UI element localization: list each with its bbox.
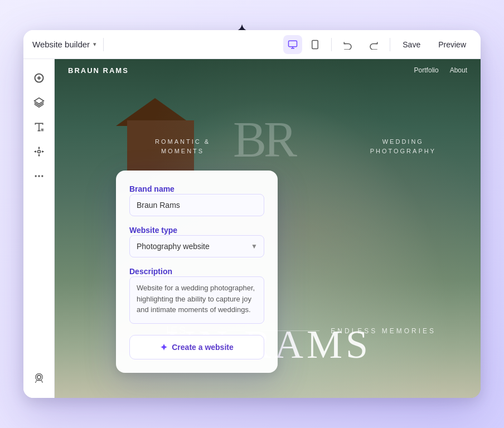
hero-monogram: BR [233, 115, 294, 165]
brand-name-label: Brand name [129, 184, 175, 193]
hero-text-romantic: ROMANTIC &MOMENTS [155, 137, 210, 155]
website-type-select[interactable]: Photography website Portfolio website Bu… [129, 235, 264, 257]
toolbar-divider [103, 38, 104, 51]
website-type-select-wrapper: Photography website Portfolio website Bu… [129, 235, 264, 257]
toolbar-brand-label: Website builder [32, 40, 90, 49]
sidebar-bottom [29, 369, 49, 389]
toolbar-divider-3 [390, 38, 390, 51]
svg-point-12 [38, 175, 40, 177]
website-creation-form: Brand name Website type Photography webs… [116, 171, 278, 373]
svg-point-11 [35, 175, 36, 177]
main-area: BRAUN RAMS Portfolio About ROMANTIC &MOM… [23, 59, 481, 398]
svg-rect-0 [289, 41, 297, 47]
svg-point-14 [37, 375, 41, 379]
redo-button[interactable] [364, 35, 383, 54]
browser-toolbar: Website builder ▾ [23, 30, 481, 59]
save-button[interactable]: Save [397, 37, 426, 52]
mobile-view-button[interactable] [306, 35, 324, 54]
left-sidebar [23, 59, 55, 398]
monogram-text: BR [233, 115, 294, 165]
nav-portfolio-link[interactable]: Portfolio [414, 66, 439, 74]
preview-brand-name: BRAUN RAMS [68, 66, 129, 75]
romantic-moments-text: ROMANTIC &MOMENTS [155, 137, 210, 155]
brand-name-input[interactable] [129, 194, 264, 216]
toolbar-device-icons [283, 35, 324, 54]
submit-sparkle-icon: ✦ [160, 342, 167, 353]
preview-navigation: BRAUN RAMS Portfolio About [55, 59, 481, 81]
hero-text-wedding: WEDDINGPHOTOGRAPHY [370, 137, 436, 155]
create-website-button[interactable]: ✦ Create a website [129, 335, 264, 359]
svg-point-15 [35, 373, 42, 381]
preview-nav-links: Portfolio About [414, 66, 467, 74]
nav-about-link[interactable]: About [450, 66, 467, 74]
preview-button[interactable]: Preview [433, 37, 472, 52]
add-element-icon[interactable] [29, 68, 49, 88]
svg-rect-3 [312, 40, 318, 48]
website-type-label: Website type [129, 226, 177, 235]
wedding-photography-text: WEDDINGPHOTOGRAPHY [370, 137, 436, 155]
description-label: Description [129, 267, 172, 276]
submit-button-label: Create a website [172, 343, 234, 352]
toolbar-brand-chevron-icon: ▾ [93, 41, 96, 48]
canvas-area: BRAUN RAMS Portfolio About ROMANTIC &MOM… [55, 59, 481, 398]
layers-icon[interactable] [29, 93, 49, 113]
description-textarea[interactable]: Website for a wedding photographer, high… [129, 276, 264, 324]
browser-window: Website builder ▾ [23, 30, 481, 398]
text-ai-icon[interactable] [29, 117, 49, 137]
svg-point-13 [41, 175, 43, 177]
desktop-view-button[interactable] [283, 35, 302, 54]
account-icon[interactable] [29, 369, 49, 389]
website-builder-menu[interactable]: Website builder ▾ [32, 40, 96, 49]
undo-button[interactable] [338, 35, 357, 54]
more-options-icon[interactable] [29, 166, 49, 186]
toolbar-divider-2 [331, 38, 332, 51]
magic-icon[interactable] [29, 142, 49, 162]
svg-point-10 [37, 150, 40, 153]
